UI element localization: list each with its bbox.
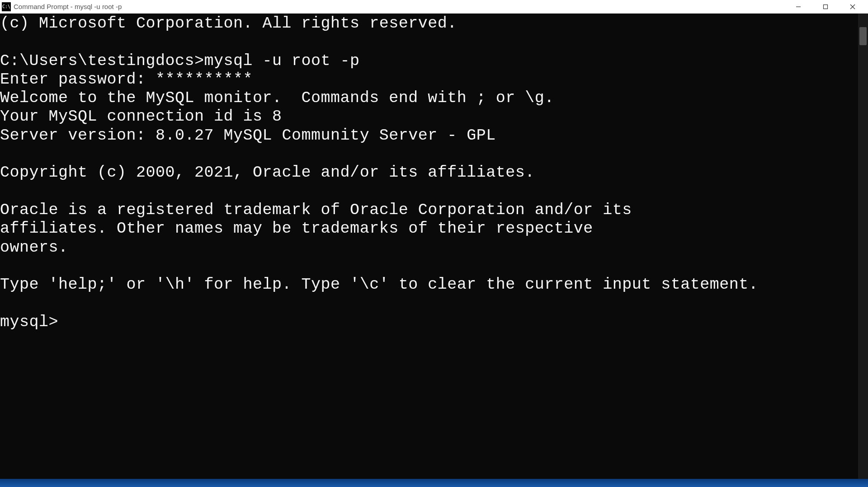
terminal-wrapper: (c) Microsoft Corporation. All rights re…: [0, 14, 868, 481]
terminal-prompt[interactable]: mysql>: [0, 313, 58, 331]
close-icon: [849, 4, 856, 10]
terminal-line: Welcome to the MySQL monitor. Commands e…: [0, 89, 554, 107]
window-controls: [785, 0, 866, 13]
titlebar[interactable]: C:\ Command Prompt - mysql -u root -p: [0, 0, 868, 14]
scrollbar-thumb[interactable]: [859, 27, 867, 45]
terminal-line: (c) Microsoft Corporation. All rights re…: [0, 14, 457, 33]
maximize-button[interactable]: [812, 0, 839, 13]
desktop-background-strip: [0, 479, 868, 487]
terminal-line: Oracle is a registered trademark of Orac…: [0, 201, 632, 219]
terminal-line: Type 'help;' or '\h' for help. Type '\c'…: [0, 276, 758, 294]
maximize-icon: [822, 4, 829, 10]
vertical-scrollbar[interactable]: [858, 14, 868, 481]
terminal-line: owners.: [0, 239, 68, 257]
window-title: Command Prompt - mysql -u root -p: [14, 3, 785, 10]
svg-rect-1: [824, 5, 828, 9]
cmd-icon: C:\: [2, 2, 11, 11]
terminal-line: affiliates. Other names may be trademark…: [0, 220, 593, 238]
terminal-line: Enter password: **********: [0, 70, 253, 89]
minimize-icon: [795, 4, 802, 10]
terminal-line: Copyright (c) 2000, 2021, Oracle and/or …: [0, 164, 535, 182]
minimize-button[interactable]: [785, 0, 812, 13]
terminal-line: Server version: 8.0.27 MySQL Community S…: [0, 126, 496, 145]
close-button[interactable]: [839, 0, 866, 13]
command-prompt-window: C:\ Command Prompt - mysql -u root -p (c…: [0, 0, 868, 481]
terminal-line: Your MySQL connection id is 8: [0, 108, 282, 126]
terminal-output[interactable]: (c) Microsoft Corporation. All rights re…: [0, 14, 858, 481]
terminal-line: C:\Users\testingdocs>mysql -u root -p: [0, 52, 360, 70]
